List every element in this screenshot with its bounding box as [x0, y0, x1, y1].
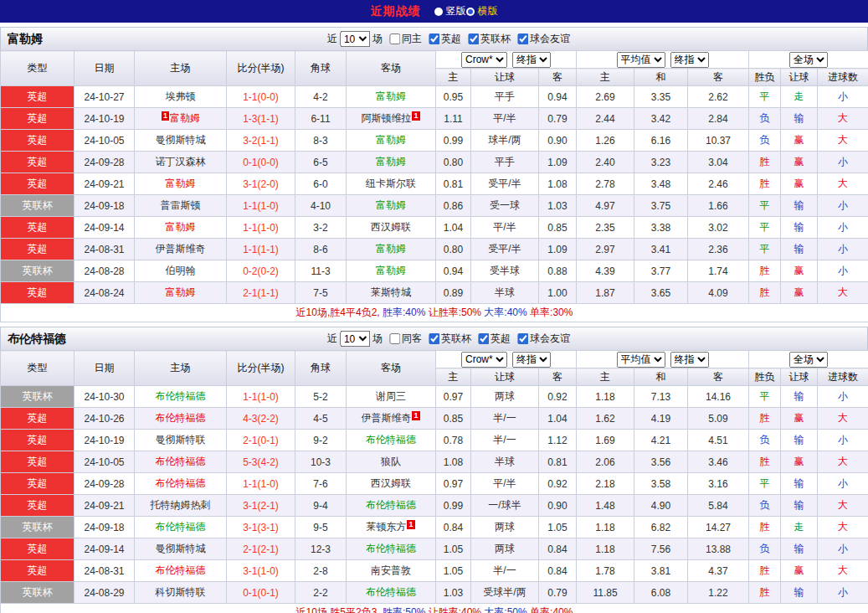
recent-count-select[interactable]: 10	[340, 331, 370, 347]
bookmaker-select[interactable]: Crow*	[461, 352, 507, 368]
result-handicap: 输	[781, 217, 818, 239]
asian-handicap: 两球	[471, 538, 539, 560]
final-index-select[interactable]: 终指	[512, 52, 551, 68]
asian-home-odds: 0.97	[436, 473, 471, 495]
column-header: 主	[436, 69, 471, 86]
asian-away-odds: 0.81	[539, 451, 577, 473]
euro-draw-odds: 7.13	[634, 386, 688, 408]
column-header: 类型	[1, 351, 74, 386]
filter-option[interactable]: 英超	[429, 32, 461, 46]
score-cell: 3-1(2-0)	[227, 173, 295, 195]
asian-handicap: 一/球半	[471, 495, 539, 517]
away-team-cell: 谢周三	[347, 386, 436, 408]
filter-checkbox[interactable]	[517, 33, 528, 44]
asian-away-odds: 0.94	[539, 86, 577, 108]
home-team-cell: 埃弗顿	[135, 86, 227, 108]
euro-away-odds: 14.27	[688, 517, 749, 538]
filter-option[interactable]: 英联杯	[468, 32, 511, 46]
team-name-text: 布伦特福德	[366, 543, 416, 554]
result-goals: 小	[818, 152, 868, 173]
asian-away-odds: 0.85	[539, 217, 577, 239]
average-select[interactable]: 平均值	[617, 52, 665, 68]
team-name-text: 富勒姆	[170, 112, 200, 124]
result-outcome: 平	[749, 217, 781, 239]
filter-option[interactable]: 英联杯	[429, 332, 471, 346]
euro-home-odds: 1.18	[577, 517, 634, 538]
bookmaker-select[interactable]: Crow*	[461, 52, 507, 68]
full-match-select[interactable]: 全场	[789, 52, 828, 68]
asian-away-odds: 0.90	[539, 495, 577, 517]
filter-checkbox[interactable]	[468, 33, 479, 44]
filter-checkbox[interactable]	[389, 333, 400, 344]
away-team-cell: 西汉姆联	[347, 217, 436, 239]
euro-home-odds: 1.18	[577, 538, 634, 560]
corners-cell: 8-6	[295, 239, 347, 260]
away-team-cell: 布伦特福德	[347, 495, 436, 517]
home-team-cell: 布伦特福德	[135, 451, 227, 473]
team-header-bar: 富勒姆近10场同主英超英联杯球会友谊	[0, 27, 868, 50]
asian-handicap: 半/一	[471, 408, 539, 430]
column-header: 胜负	[749, 368, 781, 386]
filter-checkbox[interactable]	[478, 333, 489, 344]
euro-draw-odds: 3.58	[634, 473, 688, 495]
corners-cell: 11-3	[295, 260, 347, 282]
home-team-cell: 1富勒姆	[135, 108, 227, 130]
result-outcome: 胜	[749, 152, 781, 173]
layout-option-vertical[interactable]: 竖版	[434, 4, 466, 18]
filter-checkbox[interactable]	[429, 333, 439, 344]
summary-cell: 近10场,胜5平2负3, 胜率:50% 让胜率:40% 大率:50% 单率:40…	[1, 604, 868, 613]
summary-segment: 让胜率:40%	[429, 606, 485, 613]
average-select[interactable]: 平均值	[617, 352, 665, 368]
asian-away-odds: 1.12	[539, 430, 577, 451]
layout-option-horizontal[interactable]: 横版	[466, 4, 498, 18]
radio-icon[interactable]	[434, 8, 443, 16]
league-cell: 英超	[1, 173, 74, 195]
filter-option[interactable]: 英超	[478, 332, 511, 346]
recent-count-select[interactable]: 10	[340, 31, 370, 47]
home-team-cell: 布伦特福德	[135, 386, 227, 408]
team-name-text: 普雷斯顿	[161, 199, 201, 211]
euro-home-odds: 2.69	[577, 86, 634, 108]
final-index-select[interactable]: 终指	[670, 352, 709, 368]
date-cell: 24-08-29	[74, 582, 135, 604]
column-header: 进球数	[818, 368, 868, 386]
team-name-text: 布伦特福德	[156, 521, 206, 533]
final-index-select[interactable]: 终指	[670, 52, 709, 68]
filter-option[interactable]: 球会友谊	[517, 32, 570, 46]
radio-icon[interactable]	[466, 8, 475, 16]
result-goals: 小	[818, 260, 868, 282]
filter-checkbox[interactable]	[429, 33, 439, 44]
full-match-select[interactable]: 全场	[789, 352, 828, 368]
home-team-cell: 布伦特福德	[135, 560, 227, 582]
home-team-cell: 布伦特福德	[135, 473, 227, 495]
euro-draw-odds: 3.65	[634, 282, 688, 304]
asian-away-odds: 1.00	[539, 282, 577, 304]
filter-checkbox[interactable]	[389, 33, 400, 44]
euro-home-odds: 2.40	[577, 152, 634, 173]
match-row: 英超24-10-27埃弗顿1-1(0-0)4-2富勒姆0.95平手0.942.6…	[1, 86, 868, 108]
away-team-cell: 富勒姆	[347, 86, 436, 108]
match-row: 英超24-08-31伊普斯维奇1-1(1-1)8-6富勒姆0.80受平/半1.0…	[1, 239, 868, 260]
filter-option[interactable]: 同客	[389, 332, 422, 346]
asian-away-odds: 1.09	[539, 239, 577, 260]
euro-draw-odds: 3.38	[634, 217, 688, 239]
asian-handicap: 半球	[471, 451, 539, 473]
score-cell: 3-2(1-1)	[227, 130, 295, 152]
result-handicap: 输	[781, 195, 818, 217]
date-cell: 24-10-27	[74, 86, 135, 108]
filter-checkbox[interactable]	[517, 333, 528, 344]
filter-suffix: 场	[372, 332, 383, 346]
euro-away-odds: 2.84	[688, 108, 749, 130]
result-outcome: 胜	[749, 282, 781, 304]
score-cell: 1-1(1-0)	[227, 473, 295, 495]
filter-option[interactable]: 球会友谊	[517, 332, 570, 346]
date-cell: 24-10-05	[74, 451, 135, 473]
match-row: 英联杯24-10-30布伦特福德1-1(1-0)5-2谢周三0.97两球0.92…	[1, 386, 868, 408]
euro-home-odds: 2.35	[577, 217, 634, 239]
result-outcome: 胜	[749, 451, 781, 473]
result-outcome: 平	[749, 195, 781, 217]
match-row: 英超24-09-21托特纳姆热刺3-1(2-1)9-4布伦特福德0.99一/球半…	[1, 495, 868, 517]
final-index-select[interactable]: 终指	[512, 352, 551, 368]
result-outcome: 胜	[749, 517, 781, 538]
filter-option[interactable]: 同主	[389, 32, 422, 46]
